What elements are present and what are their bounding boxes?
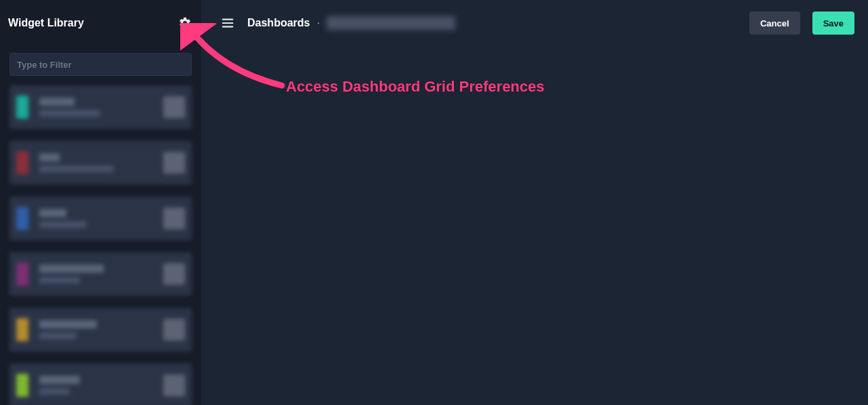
- widget-list-item[interactable]: [9, 85, 192, 129]
- filter-input[interactable]: [9, 53, 192, 76]
- widget-thumbnail: [163, 208, 185, 229]
- widget-thumbnail: [163, 319, 185, 341]
- svg-rect-1: [222, 22, 234, 24]
- breadcrumb-separator: ·: [316, 17, 319, 29]
- breadcrumb: Dashboards ·: [247, 16, 455, 30]
- widget-text: [39, 265, 155, 284]
- breadcrumb-current-redacted: [327, 16, 455, 30]
- widget-thumbnail: [163, 96, 185, 118]
- widget-color-swatch: [16, 207, 28, 230]
- widget-thumbnail: [163, 152, 185, 174]
- widget-library-sidebar: Widget Library: [0, 0, 201, 405]
- svg-rect-2: [222, 26, 234, 27]
- dashboard-editor: Dashboards · Cancel Save: [201, 0, 868, 405]
- annotation-text: Access Dashboard Grid Preferences: [286, 78, 545, 96]
- widget-color-swatch: [16, 151, 28, 174]
- breadcrumb-root[interactable]: Dashboards: [247, 17, 310, 29]
- widget-thumbnail: [163, 263, 185, 285]
- hamburger-icon[interactable]: [220, 16, 235, 31]
- widget-color-swatch: [16, 374, 28, 397]
- sidebar-title: Widget Library: [8, 17, 84, 29]
- widget-text: [39, 209, 155, 228]
- filter-wrap: [0, 46, 201, 83]
- sidebar-header: Widget Library: [0, 0, 201, 46]
- widget-text: [39, 376, 155, 395]
- dashboard-grid-canvas[interactable]: [201, 46, 856, 405]
- cancel-button[interactable]: Cancel: [749, 12, 800, 35]
- widget-text: [39, 153, 155, 172]
- widget-list-item[interactable]: [9, 197, 192, 240]
- widget-text: [39, 98, 155, 117]
- widget-text: [39, 320, 155, 339]
- widget-list-item[interactable]: [9, 252, 192, 296]
- svg-rect-0: [222, 19, 234, 20]
- gear-icon[interactable]: [178, 16, 192, 30]
- widget-list-item[interactable]: [9, 141, 192, 185]
- widget-list: [0, 83, 201, 405]
- save-button[interactable]: Save: [812, 12, 854, 35]
- widget-color-swatch: [16, 318, 28, 341]
- topbar: Dashboards · Cancel Save: [201, 0, 868, 46]
- widget-list-item[interactable]: [9, 364, 192, 405]
- widget-thumbnail: [163, 374, 185, 396]
- widget-list-item[interactable]: [9, 308, 192, 351]
- widget-color-swatch: [16, 263, 28, 286]
- widget-color-swatch: [16, 96, 28, 119]
